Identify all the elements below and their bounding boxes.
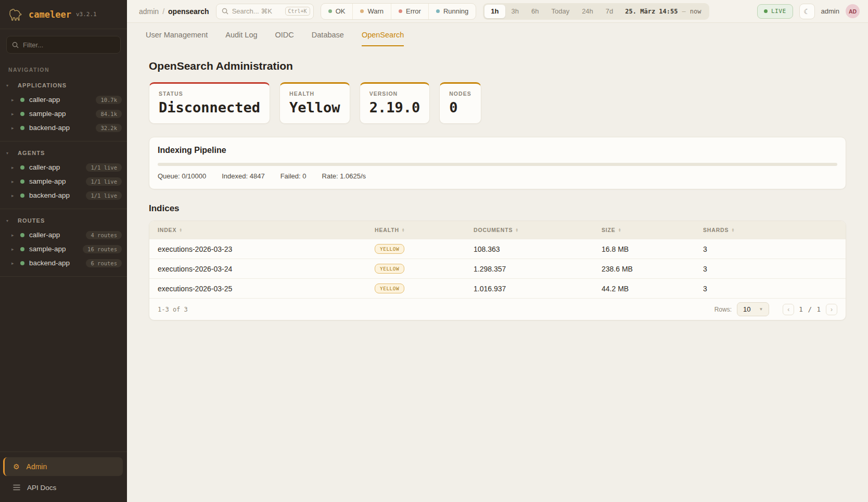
prev-page-button[interactable]: ‹	[783, 304, 794, 315]
breadcrumb-parent[interactable]: admin	[139, 7, 159, 16]
logo: cameleer v3.2.1	[0, 0, 127, 29]
chevron-right-icon: ▸	[11, 165, 16, 170]
chevron-right-icon: ▸	[11, 261, 16, 266]
next-page-button[interactable]: ›	[826, 304, 837, 315]
sidebar-filter[interactable]	[6, 36, 121, 54]
sidebar-item-api-docs[interactable]: API Docs	[0, 479, 127, 496]
tab-audit-log[interactable]: Audit Log	[225, 31, 257, 46]
size-value: 16.8 MB	[602, 245, 703, 253]
pipeline-progress-bar	[158, 163, 837, 166]
section-header-agents[interactable]: ▾ AGENTS	[0, 145, 127, 160]
sidebar-item-backend-app-routes[interactable]: ▸ backend-app 6 routes	[0, 256, 127, 270]
chevron-right-icon: ▸	[11, 111, 16, 117]
live-indicator[interactable]: LIVE	[757, 4, 793, 19]
sidebar-item-backend-app[interactable]: ▸ backend-app 32.2k	[0, 121, 127, 135]
breadcrumb-current: opensearch	[168, 7, 209, 16]
theme-toggle[interactable]: ☾	[799, 4, 815, 19]
api-docs-label: API Docs	[27, 484, 56, 492]
filter-warn[interactable]: Warn	[352, 4, 391, 19]
status-dot	[20, 165, 24, 170]
chevron-right-icon: ▸	[11, 97, 16, 102]
status-filter-group: OK Warn Error Running	[321, 3, 477, 20]
camel-logo-icon	[7, 7, 24, 22]
tab-opensearch[interactable]: OpenSearch	[362, 31, 404, 46]
table-row[interactable]: executions-2026-03-25 YELLOW 1.016.937 4…	[149, 278, 846, 298]
global-search[interactable]: Ctrl+K	[216, 4, 314, 19]
status-dot	[20, 98, 24, 102]
page-title: OpenSearch Administration	[149, 60, 846, 72]
date-range[interactable]: 25. März 14:55 — now	[619, 8, 708, 15]
sidebar-item-caller-app[interactable]: ▸ caller-app 10.7k	[0, 93, 127, 107]
shortcut-badge: Ctrl+K	[285, 7, 310, 16]
filter-error[interactable]: Error	[391, 4, 428, 19]
status-card: STATUS Disconnected	[149, 82, 270, 124]
failed-stat: Failed: 0	[280, 172, 307, 180]
sidebar-item-sample-app-routes[interactable]: ▸ sample-app 16 routes	[0, 242, 127, 256]
search-input[interactable]	[232, 7, 282, 15]
admin-tabs: User Management Audit Log OIDC Database …	[127, 31, 868, 46]
status-dot	[20, 194, 24, 198]
tab-oidc[interactable]: OIDC	[275, 31, 294, 46]
page-content: OpenSearch Administration STATUS Disconn…	[127, 46, 868, 320]
health-card: HEALTH Yellow	[279, 82, 350, 124]
admin-label: Admin	[27, 462, 47, 471]
table-footer: 1-3 of 3 Rows: 10 ▼ ‹ 1 / 1 ›	[149, 298, 846, 320]
filter-running[interactable]: Running	[428, 4, 476, 19]
rows-per-page-select[interactable]: 10 ▼	[737, 302, 769, 316]
sidebar-item-backend-app-agent[interactable]: ▸ backend-app 1/1 live	[0, 188, 127, 202]
sidebar-item-admin[interactable]: ⚙ Admin	[3, 457, 123, 476]
stat-cards: STATUS Disconnected HEALTH Yellow VERSIO…	[149, 82, 846, 124]
column-header-shards[interactable]: SHARDS ▲▼	[703, 227, 837, 233]
range-7d[interactable]: 7d	[599, 5, 619, 18]
sidebar-item-caller-app-agent[interactable]: ▸ caller-app 1/1 live	[0, 160, 127, 174]
live-badge: 1/1 live	[86, 163, 122, 172]
item-label: sample-app	[29, 110, 66, 118]
sidebar-item-sample-app[interactable]: ▸ sample-app 84.1k	[0, 107, 127, 121]
column-header-documents[interactable]: DOCUMENTS ▲▼	[474, 227, 602, 233]
tab-database[interactable]: Database	[312, 31, 344, 46]
filter-label: Running	[443, 7, 468, 15]
count-badge: 84.1k	[96, 110, 122, 118]
table-row[interactable]: executions-2026-03-24 YELLOW 1.298.357 2…	[149, 259, 846, 278]
date-from: 25. März 14:55	[625, 8, 678, 15]
filter-ok[interactable]: OK	[321, 4, 353, 19]
breadcrumb: admin / opensearch	[139, 7, 209, 16]
table-row[interactable]: executions-2026-03-23 YELLOW 108.363 16.…	[149, 239, 846, 259]
rows-per-page-label: Rows:	[714, 306, 732, 313]
sidebar: cameleer v3.2.1 NAVIGATION ▾ APPLICATION…	[0, 0, 127, 502]
navigation-label: NAVIGATION	[8, 67, 119, 73]
documents-value: 108.363	[474, 245, 602, 253]
stat-value: Yellow	[289, 99, 340, 115]
sidebar-item-caller-app-routes[interactable]: ▸ caller-app 4 routes	[0, 228, 127, 242]
size-value: 238.6 MB	[602, 265, 703, 273]
range-24h[interactable]: 24h	[576, 5, 599, 18]
stat-label: HEALTH	[289, 91, 340, 97]
pager: ‹ 1 / 1 ›	[783, 304, 837, 315]
range-today[interactable]: Today	[545, 5, 576, 18]
filter-input[interactable]	[23, 41, 115, 49]
tab-user-management[interactable]: User Management	[146, 31, 208, 46]
section-agents: ▾ AGENTS ▸ caller-app 1/1 live ▸ sample-…	[0, 141, 127, 209]
column-label: DOCUMENTS	[474, 227, 513, 233]
filter-label: OK	[336, 7, 346, 15]
column-header-health[interactable]: HEALTH ▲▼	[375, 227, 474, 233]
app-version: v3.2.1	[76, 11, 97, 18]
section-header-applications[interactable]: ▾ APPLICATIONS	[0, 77, 127, 93]
filter-label: Warn	[367, 7, 384, 15]
section-header-routes[interactable]: ▾ ROUTES	[0, 212, 127, 228]
sort-icon: ▲▼	[515, 228, 519, 233]
range-6h[interactable]: 6h	[525, 5, 545, 18]
date-to: now	[690, 8, 701, 15]
indexed-stat: Indexed: 4847	[222, 172, 264, 180]
range-3h[interactable]: 3h	[505, 5, 525, 18]
chevron-right-icon: ▸	[11, 247, 16, 252]
range-1h[interactable]: 1h	[484, 5, 505, 18]
version-card: VERSION 2.19.0	[360, 82, 430, 124]
rows-per-page-value: 10	[743, 305, 750, 313]
chevron-right-icon: ▸	[11, 193, 16, 198]
column-header-index[interactable]: INDEX ▲▼	[158, 227, 375, 233]
sort-icon: ▲▼	[179, 228, 183, 233]
sidebar-item-sample-app-agent[interactable]: ▸ sample-app 1/1 live	[0, 174, 127, 188]
column-header-size[interactable]: SIZE ▲▼	[602, 227, 703, 233]
avatar[interactable]: AD	[846, 4, 860, 18]
